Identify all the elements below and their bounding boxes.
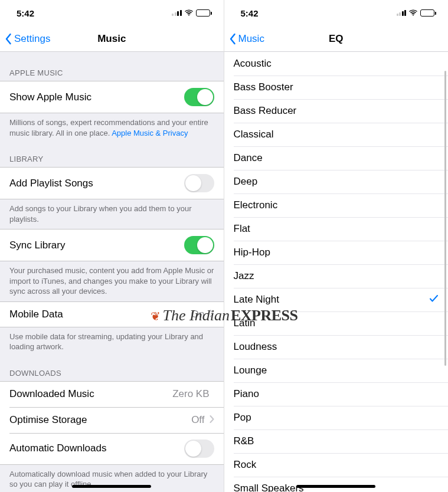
eq-option[interactable]: Piano [224,382,449,406]
eq-option[interactable]: Lounge [224,359,449,382]
home-indicator [296,485,375,488]
eq-option[interactable]: Latin [224,311,449,335]
eq-option-label: Lounge [234,365,267,376]
add-playlist-songs-row[interactable]: Add Playlist Songs [0,167,224,199]
mobile-data-footer: Use mobile data for streaming, updating … [0,327,224,357]
back-label: Settings [14,33,50,45]
eq-option-label: Bass Booster [234,81,293,93]
status-bar: 5:42 [224,0,449,26]
mobile-data-row[interactable]: Mobile Data On [0,301,224,327]
cellular-icon [397,10,407,16]
eq-option-label: Acoustic [234,58,272,70]
wifi-icon [408,8,418,18]
cell-value: Zero KB [172,388,209,400]
eq-option[interactable]: Deep [224,170,449,193]
eq-option[interactable]: Loudness [224,335,449,359]
battery-icon [196,9,212,17]
eq-option-label: Electronic [234,199,278,211]
sync-library-footer: Your purchased music, content you add fr… [0,261,224,301]
cell-label: Add Playlist Songs [9,178,184,189]
automatic-downloads-toggle[interactable] [184,439,214,458]
cell-value: On [191,309,205,320]
eq-option-label: Jazz [234,270,254,282]
eq-option[interactable]: Pop [224,406,449,429]
back-button[interactable]: Settings [0,33,50,45]
wifi-icon [184,8,194,18]
chevron-right-icon [210,309,214,320]
sync-library-toggle[interactable] [184,236,214,254]
eq-option[interactable]: Small Speakers [224,477,449,492]
add-playlist-footer: Add songs to your Library when you add t… [0,199,224,229]
cell-label: Optimise Storage [9,414,191,426]
eq-option-label: Deep [234,176,258,188]
home-indicator [72,485,151,488]
eq-option[interactable]: Dance [224,146,449,170]
eq-option-label: Classical [234,129,274,140]
back-label: Music [238,33,264,45]
eq-option-label: Dance [234,152,263,164]
cellular-icon [172,10,182,16]
scrollbar[interactable] [444,71,446,378]
eq-option[interactable]: Jazz [224,264,449,288]
eq-option[interactable]: Classical [224,123,449,146]
nav-bar: Music EQ [224,26,449,52]
cell-label: Show Apple Music [9,91,184,103]
status-icons [397,8,437,18]
cell-label: Downloaded Music [9,388,172,400]
status-icons [172,8,212,18]
eq-option-label: Rock [234,459,257,471]
cell-value: Off [191,414,204,426]
eq-option[interactable]: Acoustic [224,52,449,76]
eq-option[interactable]: Flat [224,217,449,241]
show-apple-music-row[interactable]: Show Apple Music [0,81,224,113]
eq-options-list: AcousticBass BoosterBass ReducerClassica… [224,52,449,492]
section-header-downloads: DOWNLOADS [0,357,224,381]
eq-option[interactable]: Electronic [224,193,449,217]
sync-library-row[interactable]: Sync Library [0,229,224,261]
eq-option-label: Bass Reducer [234,105,297,117]
section-header-library: LIBRARY [0,143,224,167]
eq-option-label: Loudness [234,341,277,353]
auto-download-footer: Automatically download music when added … [0,465,224,492]
back-button[interactable]: Music [224,33,264,45]
music-settings-screen: 5:42 Settings Music APPLE MUSIC [0,0,224,492]
eq-option-label: Pop [234,412,251,424]
eq-option[interactable]: Hip-Hop [224,241,449,264]
clock: 5:42 [241,8,259,18]
chevron-right-icon [210,414,214,426]
eq-option[interactable]: Bass Booster [224,76,449,99]
eq-screen: 5:42 Music EQ AcousticBass BoosterBass R… [224,0,449,492]
eq-option[interactable]: Late Night [224,288,449,311]
show-apple-music-toggle[interactable] [184,88,214,106]
status-bar: 5:42 [0,0,224,26]
eq-option-label: Hip-Hop [234,247,270,258]
nav-bar: Settings Music [0,26,224,52]
automatic-downloads-row[interactable]: Automatic Downloads [0,433,224,465]
eq-option[interactable]: R&B [224,429,449,453]
section-header-apple-music: APPLE MUSIC [0,52,224,81]
eq-option-label: Late Night [234,294,280,306]
eq-option[interactable]: Rock [224,453,449,477]
add-playlist-songs-toggle[interactable] [184,174,214,192]
downloaded-music-row[interactable]: Downloaded Music Zero KB [0,381,224,407]
eq-option-label: Piano [234,388,259,400]
page-title: EQ [329,33,344,45]
battery-icon [420,9,436,17]
cell-label: Automatic Downloads [9,442,184,454]
apple-music-footer: Millions of songs, expert recommendation… [0,113,224,143]
page-title: Music [97,33,126,45]
checkmark-icon [429,294,439,306]
eq-option-label: Small Speakers [234,483,304,492]
eq-option-label: Flat [234,223,250,235]
optimise-storage-row[interactable]: Optimise Storage Off [0,407,224,433]
cell-label: Mobile Data [9,309,191,320]
eq-option-label: R&B [234,435,254,447]
eq-option-label: Latin [234,317,256,329]
eq-option[interactable]: Bass Reducer [224,99,449,123]
clock: 5:42 [17,8,34,18]
apple-music-privacy-link[interactable]: Apple Music & Privacy [112,129,188,137]
cell-label: Sync Library [9,240,184,251]
